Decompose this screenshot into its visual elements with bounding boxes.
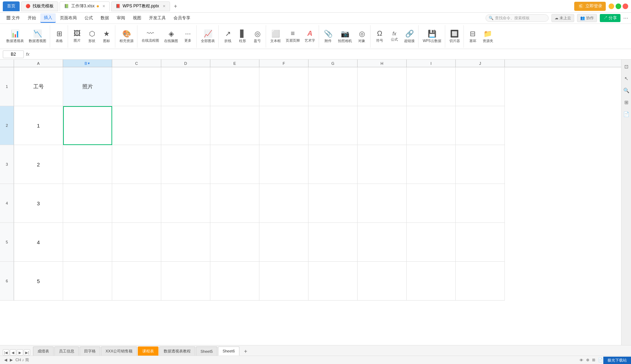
col-header-h[interactable]: H — [358, 60, 407, 67]
cell-h6[interactable] — [358, 262, 407, 301]
ribbon-btn-wps-cloud-data[interactable]: 💾 WPS云数据 — [421, 28, 443, 45]
cell-i1[interactable] — [407, 67, 456, 106]
cell-b4[interactable] — [63, 184, 112, 223]
cell-f3[interactable] — [259, 145, 308, 184]
cell-c4[interactable] — [112, 184, 161, 223]
ribbon-btn-object[interactable]: ◎ 对象 — [355, 28, 369, 45]
cell-f5[interactable] — [259, 223, 308, 262]
ribbon-btn-pivot-table[interactable]: 📊 数据透视表 — [4, 28, 26, 45]
cell-e3[interactable] — [210, 145, 259, 184]
minimize-btn[interactable] — [609, 4, 614, 9]
ribbon-btn-mindmap[interactable]: ◈ 在线脑图 — [162, 28, 180, 45]
ribbon-btn-header-footer[interactable]: ≡ 页眉页脚 — [284, 28, 302, 44]
col-header-e[interactable]: E — [210, 60, 259, 67]
cell-g1[interactable] — [308, 67, 358, 106]
workbook-tab-close[interactable]: ✕ — [102, 4, 105, 8]
sheet-tab-employee[interactable]: 员工信息 — [54, 346, 79, 356]
menu-formula[interactable]: 公式 — [81, 14, 96, 22]
col-header-j[interactable]: J — [456, 60, 505, 67]
formula-input[interactable] — [32, 52, 628, 57]
tab-ppt[interactable]: 📕 WPS PPT教程.pptx ✕ — [111, 1, 170, 11]
ribbon-btn-winloss[interactable]: ◎ 盈亏 — [250, 28, 264, 45]
cell-b2[interactable] — [63, 106, 112, 145]
right-panel-btn-2[interactable]: ↖ — [622, 74, 631, 83]
col-header-a[interactable]: A — [14, 60, 63, 67]
cell-c1[interactable] — [112, 67, 161, 106]
ribbon-btn-symbol[interactable]: Ω 符号 — [373, 28, 387, 44]
ribbon-btn-line[interactable]: ↗ 折线 — [221, 28, 235, 45]
row-header-1[interactable]: 1 — [0, 67, 14, 106]
cell-i3[interactable] — [407, 145, 456, 184]
cell-h2[interactable] — [358, 106, 407, 145]
cell-a2[interactable]: 1 — [14, 106, 63, 145]
right-panel-btn-1[interactable]: ⊡ — [622, 62, 631, 71]
cloud-btn[interactable]: ☁ 未上云 — [551, 14, 574, 22]
cell-h4[interactable] — [358, 184, 407, 223]
sheet-tab-data-visual[interactable]: 数据透视表教程 — [159, 346, 195, 356]
cell-g4[interactable] — [308, 184, 358, 223]
menu-insert[interactable]: 插入 — [40, 13, 56, 23]
cell-f2[interactable] — [259, 106, 308, 145]
cell-g3[interactable] — [308, 145, 358, 184]
sheet-tab-field[interactable]: 田字格 — [80, 346, 100, 356]
ribbon-btn-pivot-chart[interactable]: 📉 数据透视图 — [27, 28, 48, 45]
cell-j6[interactable] — [456, 262, 505, 301]
ribbon-btn-folder[interactable]: 📁 资源夹 — [481, 28, 495, 45]
cell-d6[interactable] — [161, 262, 210, 301]
menu-home[interactable]: 开始 — [24, 14, 40, 22]
ribbon-btn-camera[interactable]: 📷 拍照相机 — [336, 28, 354, 45]
sheet-tab-score[interactable]: 成绩表 — [33, 346, 54, 356]
row-header-3[interactable]: 3 — [0, 145, 14, 184]
ribbon-btn-textbox[interactable]: ⬜ 文本框 — [268, 28, 283, 45]
cell-h1[interactable] — [358, 67, 407, 106]
cell-i2[interactable] — [407, 106, 456, 145]
cell-b6[interactable] — [63, 262, 112, 301]
cell-d5[interactable] — [161, 223, 210, 262]
ribbon-btn-image[interactable]: 🖼 图片 — [70, 28, 84, 44]
ribbon-btn-more[interactable]: ··· 更多 — [181, 28, 195, 44]
ribbon-btn-collapse[interactable]: ⊟ 塞坏 — [466, 28, 480, 45]
menu-devtools[interactable]: 开发工具 — [145, 14, 169, 22]
menu-pagelayout[interactable]: 页面布局 — [56, 14, 80, 22]
col-header-c[interactable]: C — [112, 60, 161, 67]
ppt-tab-close[interactable]: ✕ — [163, 4, 165, 8]
login-button[interactable]: tE 立即登录 — [574, 2, 606, 11]
cell-d1[interactable] — [161, 67, 210, 106]
row-header-5[interactable]: 5 — [0, 223, 14, 262]
row-header-4[interactable]: 4 — [0, 184, 14, 223]
scroll-right-icon[interactable]: ▶ — [10, 358, 13, 362]
menu-review[interactable]: 审阅 — [113, 14, 129, 22]
cell-d3[interactable] — [161, 145, 210, 184]
cell-e4[interactable] — [210, 184, 259, 223]
cell-i5[interactable] — [407, 223, 456, 262]
ribbon-btn-shape[interactable]: ⬡ 形状 — [85, 28, 99, 45]
view-page-icon[interactable]: 📄 — [598, 358, 603, 362]
cell-c5[interactable] — [112, 223, 161, 262]
cell-e1[interactable] — [210, 67, 259, 106]
ribbon-btn-all-charts[interactable]: 📈 全部图表 — [199, 28, 217, 45]
cell-f4[interactable] — [259, 184, 308, 223]
cell-g2[interactable] — [308, 106, 358, 145]
more-menu-icon[interactable]: ⋯ — [623, 15, 628, 21]
cell-a1[interactable]: 工号 — [14, 67, 63, 106]
cell-e5[interactable] — [210, 223, 259, 262]
menu-view[interactable]: 视图 — [129, 14, 145, 22]
search-box[interactable]: 🔍 查找命令、搜索模板 — [486, 14, 549, 22]
cell-j4[interactable] — [456, 184, 505, 223]
cell-j1[interactable] — [456, 67, 505, 106]
cell-e2[interactable] — [210, 106, 259, 145]
cell-b1[interactable]: 照片 — [63, 67, 112, 106]
cell-a4[interactable]: 3 — [14, 184, 63, 223]
new-tab-btn[interactable]: + — [171, 2, 180, 11]
cell-c3[interactable] — [112, 145, 161, 184]
cell-h5[interactable] — [358, 223, 407, 262]
cell-j2[interactable] — [456, 106, 505, 145]
col-header-g[interactable]: G — [308, 60, 358, 67]
sheet-nav-next[interactable]: ▶ — [17, 349, 23, 356]
cell-c2[interactable] — [112, 106, 161, 145]
right-panel-btn-5[interactable]: 📄 — [622, 110, 631, 118]
cell-g6[interactable] — [308, 262, 358, 301]
ribbon-btn-hyperlink[interactable]: 🔗 超链接 — [402, 28, 417, 45]
col-header-f[interactable]: F — [259, 60, 308, 67]
right-panel-btn-3[interactable]: 🔍 — [622, 86, 631, 95]
